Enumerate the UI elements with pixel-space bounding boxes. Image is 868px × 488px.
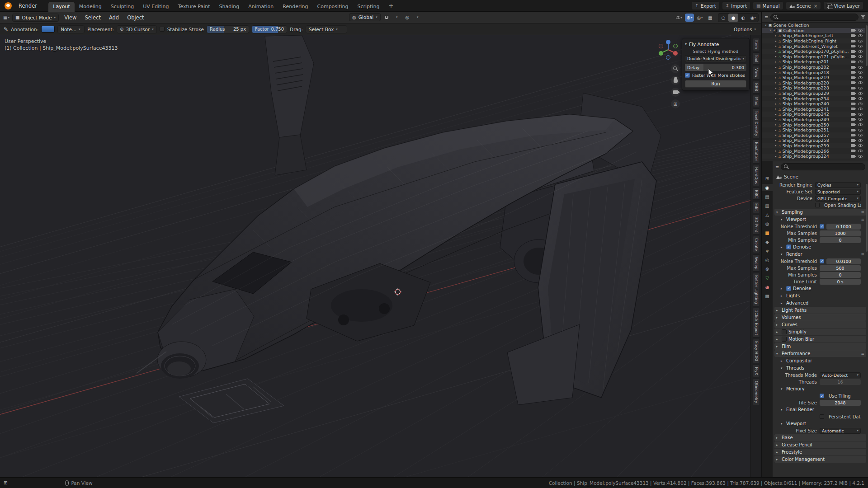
- panel-checkbox-motion-blur[interactable]: [782, 337, 787, 342]
- render-visibility-icon[interactable]: [851, 139, 855, 142]
- hide-toggle-icon[interactable]: [858, 71, 863, 74]
- hide-toggle-icon[interactable]: [858, 45, 863, 47]
- value-time-limit[interactable]: 0 s: [820, 279, 861, 285]
- export-button[interactable]: ↥ Export: [691, 1, 720, 10]
- view-layer-selector[interactable]: View Layer: [823, 1, 863, 10]
- workspace-tab-modeling[interactable]: Modeling: [75, 2, 106, 12]
- expand-arrow-icon[interactable]: ▸: [774, 102, 778, 106]
- outliner-row-collection[interactable]: ▾✓▣Collection: [762, 28, 865, 33]
- camera-view-button[interactable]: [671, 88, 680, 97]
- hide-toggle-icon[interactable]: [858, 155, 863, 158]
- panel-preset-icon[interactable]: ≡: [861, 352, 864, 356]
- annotation-color-swatch[interactable]: [41, 26, 55, 33]
- panel-denoise[interactable]: ▸✓Denoise: [779, 244, 866, 250]
- hide-toggle-icon[interactable]: [858, 66, 863, 69]
- outliner-row-ship-model-group249[interactable]: ▸△Ship_Model:group249: [762, 117, 865, 122]
- value-noise-threshold[interactable]: 0.1000: [826, 224, 861, 230]
- render-visibility-icon[interactable]: [851, 108, 855, 110]
- render-visibility-icon[interactable]: [851, 55, 855, 58]
- panel-performance[interactable]: ▾Performance≡: [774, 350, 866, 357]
- gizmos-toggle[interactable]: ⊕▾: [685, 14, 694, 22]
- properties-tab-constraints[interactable]: ⊗: [762, 265, 772, 272]
- gizmo-x-axis[interactable]: [673, 51, 678, 56]
- viewport-menu-object[interactable]: Object: [123, 12, 148, 23]
- expand-arrow-icon[interactable]: ▸: [774, 149, 778, 153]
- snap-toggle[interactable]: [382, 13, 391, 21]
- sidebar-tab-view[interactable]: View: [753, 66, 760, 80]
- viewport-menu-add[interactable]: Add: [105, 12, 123, 23]
- expand-arrow-icon[interactable]: ▸: [774, 155, 778, 158]
- outliner-row-ship-model-group259[interactable]: ▸△Ship_Model:group259: [762, 143, 865, 149]
- workspace-tab-shading[interactable]: Shading: [215, 2, 244, 12]
- render-visibility-icon[interactable]: [851, 34, 855, 37]
- annotation-layer-dropdown[interactable]: Note...▾: [57, 25, 85, 33]
- outliner-editor-icon[interactable]: ≡: [764, 14, 768, 19]
- outliner-row-ship-model-group234[interactable]: ▸△Ship_Model:group234: [762, 96, 865, 101]
- outliner-row-ship-model-group228[interactable]: ▸△Ship_Model:group228: [762, 85, 865, 91]
- panel-simplify[interactable]: ▸Simplify: [774, 328, 866, 335]
- panel-sampling[interactable]: ▾Sampling≡: [774, 209, 866, 216]
- outliner-row-ship-model-group250[interactable]: ▸△Ship_Model:group250: [762, 122, 865, 127]
- workspace-tab-sculpting[interactable]: Sculpting: [106, 2, 138, 12]
- panel-threads[interactable]: ▾Threads: [779, 365, 866, 371]
- render-visibility-icon[interactable]: [851, 66, 855, 69]
- expand-arrow-icon[interactable]: ▸: [774, 50, 778, 53]
- value-max-samples[interactable]: 1000: [820, 230, 861, 236]
- scene-selector[interactable]: Scene ×: [786, 1, 821, 10]
- panel-render[interactable]: ▾Render≡: [779, 251, 866, 258]
- expand-arrow-icon[interactable]: ▸: [774, 86, 778, 90]
- render-visibility-icon[interactable]: [851, 87, 855, 89]
- sidebar-tab-create[interactable]: Create: [753, 236, 760, 253]
- panel-preset-icon[interactable]: ≡: [861, 217, 864, 222]
- hide-toggle-icon[interactable]: [858, 81, 863, 84]
- properties-tab-scene[interactable]: △: [762, 211, 772, 218]
- hide-toggle-icon[interactable]: [858, 76, 863, 79]
- factor-slider[interactable]: Factor 0.750: [252, 25, 287, 33]
- hide-toggle-icon[interactable]: [858, 92, 863, 95]
- hide-toggle-icon[interactable]: [858, 55, 863, 58]
- drag-action-dropdown[interactable]: Select Box▾: [306, 25, 347, 33]
- properties-tab-tool[interactable]: ⊞: [762, 175, 772, 182]
- expand-arrow-icon[interactable]: ▸: [774, 60, 778, 64]
- hide-toggle-icon[interactable]: [858, 108, 863, 110]
- outliner-row-ship-model-group220[interactable]: ▸△Ship_Model:group220: [762, 80, 865, 86]
- value-noise-threshold[interactable]: 0.0100: [826, 258, 861, 264]
- shading-material-button[interactable]: ◐: [738, 14, 748, 22]
- panel-final-render[interactable]: ▾Final Render: [779, 406, 866, 413]
- render-visibility-icon[interactable]: [851, 81, 855, 84]
- placement-dropdown[interactable]: ⊕ 3D Cursor▾: [117, 25, 157, 33]
- sidebar-tab-boxcutter[interactable]: BoxCutter: [753, 140, 760, 164]
- render-visibility-icon[interactable]: [851, 40, 855, 42]
- expand-arrow-icon[interactable]: ▸: [774, 107, 778, 111]
- sidebar-tab-flyx[interactable]: FlyX: [753, 365, 760, 377]
- workspace-tab-rendering[interactable]: Rendering: [278, 2, 312, 12]
- value-tile-size[interactable]: 2048: [820, 400, 861, 406]
- expand-arrow-icon[interactable]: ▸: [774, 81, 778, 84]
- editor-type-selector[interactable]: ▦▾: [2, 14, 11, 22]
- dropdown-device[interactable]: GPU Compute▾: [815, 196, 861, 202]
- outliner-row-ship-model-group266[interactable]: ▸△Ship_Model:group266: [762, 148, 865, 154]
- expand-arrow-icon[interactable]: ▸: [774, 92, 778, 95]
- outliner-row-scene-collection[interactable]: ▾▣Scene Collection: [762, 23, 865, 28]
- render-visibility-icon[interactable]: [851, 45, 855, 47]
- panel-compositor[interactable]: ▸Compositor: [779, 357, 866, 364]
- delay-slider[interactable]: Delay 0.300: [685, 64, 746, 71]
- outliner-row-ship-model-group257[interactable]: ▸△Ship_Model:group257: [762, 132, 865, 138]
- sidebar-tab-texel-density[interactable]: Texel Density: [753, 108, 760, 138]
- options-dropdown[interactable]: Options▾: [734, 27, 758, 32]
- sidebar-tab-3d-print[interactable]: 3D Print: [753, 215, 760, 235]
- outliner-scrollbar[interactable]: [866, 25, 868, 66]
- value-max-samples[interactable]: 500: [820, 265, 861, 271]
- hide-toggle-icon[interactable]: [858, 103, 863, 105]
- outliner-row-ship-model-engine-right[interactable]: ▸△Ship_Model:Engine_Right: [762, 38, 865, 44]
- expand-arrow-icon[interactable]: ▸: [774, 117, 778, 121]
- panel-motion-blur[interactable]: ▸Motion Blur: [774, 336, 866, 343]
- shading-wireframe-button[interactable]: ○: [718, 14, 728, 22]
- panel-grease-pencil[interactable]: ▸Grease Pencil: [774, 441, 866, 448]
- dropdown-render-engine[interactable]: Cycles▾: [815, 182, 861, 188]
- checkbox-open-shading-language[interactable]: [815, 203, 820, 207]
- sidebar-tab-qgeometry[interactable]: QGeometry: [753, 379, 760, 405]
- panel-lights[interactable]: ▸Lights: [779, 292, 866, 299]
- hide-toggle-icon[interactable]: [858, 144, 863, 147]
- render-visibility-icon[interactable]: [851, 29, 855, 32]
